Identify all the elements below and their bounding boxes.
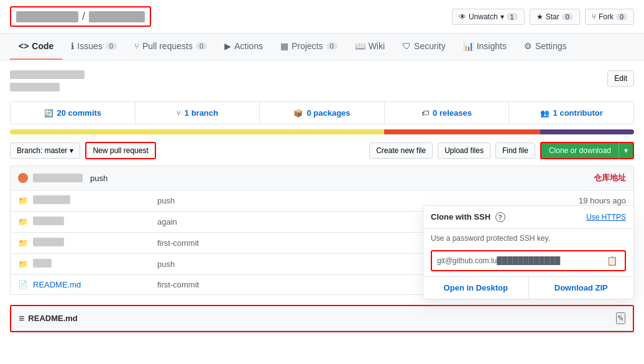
projects-icon: ▦ bbox=[280, 41, 288, 51]
stat-commits[interactable]: 🔄 20 commits bbox=[11, 102, 136, 124]
file-name-link[interactable]: README.md bbox=[33, 280, 157, 289]
edit-button[interactable]: Edit bbox=[607, 70, 634, 86]
toolbar-right: Create new file Upload files Find file C… bbox=[369, 142, 634, 159]
stat-contributors[interactable]: 👥 1 contributor bbox=[509, 102, 633, 124]
tab-settings[interactable]: ⚙ Settings bbox=[515, 34, 576, 60]
insights-icon: 📊 bbox=[463, 41, 474, 51]
branch-caret-icon: ▾ bbox=[70, 146, 73, 155]
tab-wiki[interactable]: 📖 Wiki bbox=[346, 34, 393, 60]
ssh-help-icon[interactable]: ? bbox=[495, 212, 505, 222]
upload-files-button[interactable]: Upload files bbox=[438, 142, 490, 159]
repo-nav: <> Code ℹ Issues 0 ⑂ Pull requests 0 ▶ A… bbox=[0, 34, 644, 60]
clone-description: Use a password protected SSH key. bbox=[423, 229, 633, 248]
gear-icon: ⚙ bbox=[524, 41, 532, 51]
file-time: 19 hours ago bbox=[564, 196, 626, 205]
clone-url-box: 📋 bbox=[431, 250, 626, 271]
unwatch-button[interactable]: 👁 Unwatch ▾ 1 bbox=[452, 9, 525, 25]
file-icon: 📄 bbox=[18, 280, 28, 289]
tab-security[interactable]: 🛡 Security bbox=[393, 34, 454, 60]
tab-pull-requests[interactable]: ⑂ Pull requests 0 bbox=[126, 34, 216, 60]
file-name-link[interactable] bbox=[33, 217, 157, 227]
stat-releases[interactable]: 🏷 0 releases bbox=[385, 102, 510, 124]
branch-label: Branch: master bbox=[17, 146, 67, 155]
releases-icon: 🏷 bbox=[421, 109, 429, 118]
new-pr-label: New pull request bbox=[93, 146, 148, 155]
pencil-icon: ✎ bbox=[617, 314, 624, 323]
clone-or-download-button[interactable]: Clone or download bbox=[540, 142, 619, 159]
clone-copy-button[interactable]: 📋 bbox=[604, 254, 620, 267]
branch-icon: ⑂ bbox=[177, 109, 181, 118]
lang-js bbox=[10, 129, 384, 134]
clone-dropdown-header: Clone with SSH ? Use HTTPS bbox=[423, 206, 633, 229]
repo-name[interactable] bbox=[89, 11, 145, 22]
tab-projects[interactable]: ▦ Projects 0 bbox=[272, 34, 346, 60]
issues-icon: ℹ bbox=[71, 41, 74, 51]
folder-icon: 📁 bbox=[18, 196, 28, 205]
file-name-link[interactable] bbox=[33, 238, 157, 248]
folder-icon: 📁 bbox=[18, 259, 28, 269]
tab-insights[interactable]: 📊 Insights bbox=[454, 34, 515, 60]
commit-message: push bbox=[90, 174, 108, 183]
actions-icon: ▶ bbox=[224, 41, 231, 51]
commits-count[interactable]: 20 commits bbox=[57, 108, 102, 118]
clone-label: Clone or download bbox=[549, 146, 611, 155]
repo-owner[interactable] bbox=[16, 11, 78, 22]
tab-actions[interactable]: ▶ Actions bbox=[216, 34, 272, 60]
toolbar-left: Branch: master ▾ New pull request bbox=[10, 142, 156, 159]
file-table-header: push 仓库地址 bbox=[11, 166, 633, 190]
contributors-count[interactable]: 1 contributor bbox=[553, 108, 603, 118]
stat-packages[interactable]: 📦 0 packages bbox=[260, 102, 385, 124]
unwatch-label: Unwatch bbox=[469, 12, 498, 21]
clone-caret-button[interactable]: ▾ bbox=[619, 142, 634, 159]
new-pull-request-button[interactable]: New pull request bbox=[85, 142, 155, 159]
find-file-button[interactable]: Find file bbox=[495, 142, 535, 159]
releases-count[interactable]: 0 releases bbox=[433, 108, 472, 118]
branch-count[interactable]: 1 branch bbox=[185, 108, 218, 118]
user-section: Edit bbox=[10, 70, 634, 91]
commit-author bbox=[33, 174, 83, 182]
packages-count[interactable]: 0 packages bbox=[306, 108, 350, 118]
create-new-file-label: Create new file bbox=[376, 146, 426, 155]
fork-label: Fork bbox=[599, 12, 614, 21]
stats-bar: 🔄 20 commits ⑂ 1 branch 📦 0 packages 🏷 0… bbox=[10, 101, 634, 124]
stat-branch[interactable]: ⑂ 1 branch bbox=[136, 102, 260, 124]
open-in-desktop-button[interactable]: Open in Desktop bbox=[423, 277, 529, 299]
tab-issues[interactable]: ℹ Issues 0 bbox=[62, 34, 126, 60]
find-file-label: Find file bbox=[502, 146, 528, 155]
fork-button[interactable]: ⑂ Fork 0 bbox=[585, 9, 634, 25]
lang-css bbox=[540, 129, 634, 134]
star-label: Star bbox=[546, 12, 559, 21]
clone-caret-icon: ▾ bbox=[624, 146, 628, 155]
clone-url-input[interactable] bbox=[437, 256, 604, 265]
clone-title: Clone with SSH ? bbox=[431, 212, 505, 222]
tab-code[interactable]: <> Code bbox=[10, 34, 62, 60]
commits-icon: 🔄 bbox=[44, 109, 53, 118]
download-zip-button[interactable]: Download ZIP bbox=[529, 277, 634, 299]
create-new-file-button[interactable]: Create new file bbox=[369, 142, 433, 159]
file-commit-msg: push bbox=[157, 196, 564, 205]
repo-actions: 👁 Unwatch ▾ 1 ★ Star 0 ⑂ Fork 0 bbox=[452, 9, 634, 25]
file-name-link[interactable] bbox=[33, 259, 157, 269]
wiki-icon: 📖 bbox=[355, 41, 366, 51]
star-button[interactable]: ★ Star 0 bbox=[530, 9, 580, 25]
unwatch-count: 1 bbox=[507, 13, 518, 21]
code-icon: <> bbox=[19, 41, 29, 51]
language-bar bbox=[10, 129, 634, 134]
use-https-link[interactable]: Use HTTPS bbox=[586, 213, 626, 222]
readme-section: ≡ README.md ✎ bbox=[10, 305, 634, 332]
folder-icon: 📁 bbox=[18, 238, 28, 248]
user-info-line2 bbox=[10, 83, 60, 91]
repo-addr-label: 仓库地址 bbox=[113, 172, 626, 184]
branch-selector[interactable]: Branch: master ▾ bbox=[10, 142, 80, 159]
readme-icon: ≡ bbox=[19, 313, 24, 324]
readme-edit-button[interactable]: ✎ bbox=[616, 312, 625, 324]
clone-download-group: Clone or download ▾ bbox=[540, 142, 634, 159]
repo-title-box: / bbox=[10, 6, 151, 27]
eye-icon: 👁 bbox=[459, 12, 466, 21]
star-count: 0 bbox=[562, 13, 573, 21]
lang-html bbox=[384, 129, 540, 134]
file-toolbar: Branch: master ▾ New pull request Create… bbox=[10, 142, 634, 159]
clipboard-icon: 📋 bbox=[607, 256, 617, 266]
readme-title: ≡ README.md bbox=[19, 313, 78, 324]
file-name-link[interactable] bbox=[33, 195, 157, 206]
